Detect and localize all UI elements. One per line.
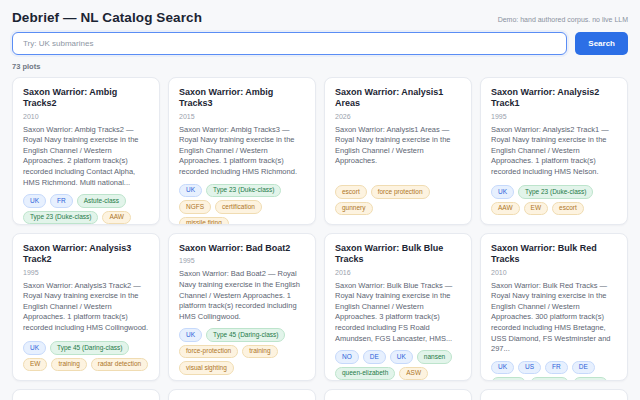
tag-pill-country: UK bbox=[179, 328, 202, 342]
tag-pill-activity: EW bbox=[524, 202, 548, 216]
tag-pill-activity: training bbox=[51, 358, 86, 372]
card-title: Saxon Warrior: Bad Boat2 bbox=[179, 243, 305, 254]
result-card[interactable]: Saxon Warrior: Dataset1 bbox=[324, 389, 472, 400]
tag-pill-country: NO bbox=[335, 350, 359, 364]
card-year: 2010 bbox=[491, 269, 617, 276]
tag-pill-platform: Type 45 (Daring-class) bbox=[50, 341, 129, 355]
card-description: Saxon Warrior: Bulk Red Tracks — Royal N… bbox=[491, 281, 617, 355]
card-tags: UKType 45 (Daring-class)EWtrainingradar … bbox=[23, 335, 149, 371]
result-card[interactable]: Saxon Warrior: Ambig Tracks22010Saxon Wa… bbox=[12, 77, 160, 225]
card-description: Saxon Warrior: Bulk Blue Tracks — Royal … bbox=[335, 281, 461, 345]
tag-pill-country: FR bbox=[50, 194, 73, 208]
card-title: Saxon Warrior: Analysis3 Track2 bbox=[23, 243, 149, 266]
tag-pill-country: UK bbox=[23, 341, 46, 355]
card-title: Saxon Warrior: Bulk Blue Tracks bbox=[335, 243, 461, 266]
card-year: 1995 bbox=[23, 269, 149, 276]
result-card[interactable]: Saxon Warrior: B Rate Ownship bbox=[12, 389, 160, 400]
card-description: Saxon Warrior: Bad Boat2 — Royal Navy tr… bbox=[179, 269, 305, 322]
card-year: 2016 bbox=[335, 269, 461, 276]
tag-pill-activity: gunnery bbox=[335, 202, 373, 216]
tag-pill-country: US bbox=[518, 361, 541, 375]
tag-pill-country: UK bbox=[491, 361, 514, 375]
tag-pill-platform: virginia bbox=[491, 377, 526, 381]
card-tags: NODEUKnansenqueen-elizabethASWMCMmine cl… bbox=[335, 344, 461, 381]
tag-pill-platform: Type 23 (Duke-class) bbox=[518, 185, 593, 199]
page-title: Debrief — NL Catalog Search bbox=[12, 10, 202, 25]
card-description: Saxon Warrior: Analysis1 Areas — Royal N… bbox=[335, 125, 461, 168]
page-header: Debrief — NL Catalog Search Demo: hand a… bbox=[12, 10, 628, 25]
card-description: Saxon Warrior: Ambig Tracks2 — Royal Nav… bbox=[23, 125, 149, 189]
tag-pill-activity: AAW bbox=[491, 202, 520, 216]
tag-pill-country: UK bbox=[491, 185, 514, 199]
result-card[interactable]: Saxon Warrior: Dataset3 bbox=[480, 389, 628, 400]
tag-pill-country: DE bbox=[572, 361, 595, 375]
card-title: Saxon Warrior: Analysis2 Track1 bbox=[491, 87, 617, 110]
tag-pill-activity: certification bbox=[215, 200, 262, 214]
card-description: Saxon Warrior: Analysis2 Track1 — Royal … bbox=[491, 125, 617, 178]
tag-pill-country: FR bbox=[545, 361, 568, 375]
card-year: 2015 bbox=[179, 113, 305, 120]
card-year: 2026 bbox=[335, 113, 461, 120]
tag-pill-platform: Type 23 (Duke-class) bbox=[23, 211, 98, 225]
card-tags: UKType 45 (Daring-class)force-protection… bbox=[179, 322, 305, 375]
card-tags: UKFRAstute-classType 23 (Duke-class)AAWS… bbox=[23, 188, 149, 225]
catalog-search-page: Debrief — NL Catalog Search Demo: hand a… bbox=[0, 0, 640, 400]
result-card[interactable]: Saxon Warrior: Ambig Tracks32015Saxon Wa… bbox=[168, 77, 316, 225]
tag-pill-activity: visual sighting bbox=[179, 361, 234, 375]
tag-pill-platform: type 212 bbox=[530, 377, 569, 381]
result-card[interactable]: Saxon Warrior: Bad Boat21995Saxon Warrio… bbox=[168, 233, 316, 381]
tag-pill-platform: queen-elizabeth bbox=[335, 367, 395, 381]
card-year: 1995 bbox=[491, 113, 617, 120]
card-tags: UKType 23 (Duke-class)AAWEWescort bbox=[491, 179, 617, 215]
card-title: Saxon Warrior: Ambig Tracks3 bbox=[179, 87, 305, 110]
results-count: 73 plots bbox=[12, 62, 628, 71]
demo-note: Demo: hand authored corpus. no live LLM bbox=[498, 16, 628, 23]
card-year: 2010 bbox=[23, 113, 149, 120]
card-tags: UKUSFRDEvirginiatype 212gotlandAstute-cl… bbox=[491, 355, 617, 381]
card-tags: UKType 23 (Duke-class)NGFScertificationm… bbox=[179, 178, 305, 225]
tag-pill-activity: AAW bbox=[102, 211, 131, 225]
tag-pill-platform: gotland bbox=[573, 377, 608, 381]
card-description: Saxon Warrior: Ambig Tracks3 — Royal Nav… bbox=[179, 125, 305, 178]
tag-pill-activity: NGFS bbox=[179, 200, 211, 214]
result-card[interactable]: Saxon Warrior: Analysis1 Areas2026Saxon … bbox=[324, 77, 472, 225]
tag-pill-country: UK bbox=[23, 194, 46, 208]
tag-pill-activity: escort bbox=[552, 202, 584, 216]
card-tags: escortforce protectiongunnery bbox=[335, 179, 461, 215]
tag-pill-activity: radar detection bbox=[91, 358, 148, 372]
result-card[interactable]: Saxon Warrior: Bulk Red Tracks2010Saxon … bbox=[480, 233, 628, 381]
search-button[interactable]: Search bbox=[575, 32, 628, 55]
tag-pill-country: UK bbox=[179, 184, 202, 198]
card-description: Saxon Warrior: Analysis3 Track2 — Royal … bbox=[23, 281, 149, 334]
tag-pill-activity: EW bbox=[23, 358, 47, 372]
card-title: Saxon Warrior: Analysis1 Areas bbox=[335, 87, 461, 110]
tag-pill-platform: Type 45 (Daring-class) bbox=[206, 328, 285, 342]
results-grid: Saxon Warrior: Ambig Tracks22010Saxon Wa… bbox=[12, 77, 628, 400]
tag-pill-activity: training bbox=[242, 345, 277, 359]
tag-pill-platform: Astute-class bbox=[77, 194, 126, 208]
tag-pill-activity: escort bbox=[335, 185, 367, 199]
tag-pill-platform: nansen bbox=[417, 350, 452, 364]
result-card[interactable]: Saxon Warrior: Bluetrack bbox=[168, 389, 316, 400]
tag-pill-platform: Type 23 (Duke-class) bbox=[206, 184, 281, 198]
tag-pill-activity: missile firing bbox=[179, 217, 229, 225]
tag-pill-country: DE bbox=[363, 350, 386, 364]
card-year: 1995 bbox=[179, 257, 305, 264]
search-bar: Search bbox=[12, 32, 628, 55]
result-card[interactable]: Saxon Warrior: Bulk Blue Tracks2016Saxon… bbox=[324, 233, 472, 381]
card-title: Saxon Warrior: Ambig Tracks2 bbox=[23, 87, 149, 110]
card-title: Saxon Warrior: Bulk Red Tracks bbox=[491, 243, 617, 266]
tag-pill-activity: force protection bbox=[371, 185, 430, 199]
result-card[interactable]: Saxon Warrior: Analysis3 Track21995Saxon… bbox=[12, 233, 160, 381]
tag-pill-country: UK bbox=[390, 350, 413, 364]
tag-pill-activity: force-protection bbox=[179, 345, 238, 359]
tag-pill-activity: ASW bbox=[399, 367, 428, 381]
result-card[interactable]: Saxon Warrior: Analysis2 Track11995Saxon… bbox=[480, 77, 628, 225]
search-input[interactable] bbox=[12, 32, 567, 55]
